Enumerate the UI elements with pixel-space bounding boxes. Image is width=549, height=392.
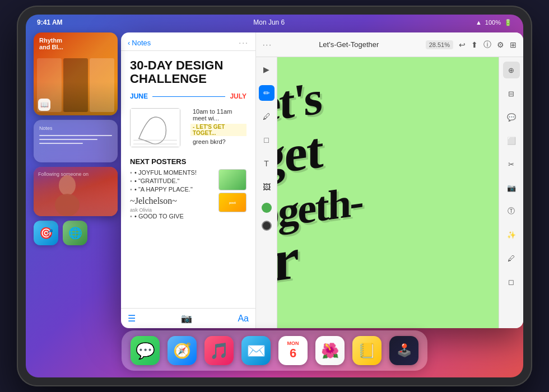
drawing-left-header-icons: ··· bbox=[263, 40, 272, 49]
dock: 💬 🧭 🎵 ✉️ MON 6 🌺 📒 bbox=[122, 330, 427, 371]
messages-icon: 💬 bbox=[136, 342, 155, 360]
vector-pen-tool[interactable]: 🖊 bbox=[503, 250, 520, 267]
notes-small-widget[interactable]: Notes bbox=[34, 120, 118, 162]
typography-tool[interactable]: Ⓣ bbox=[503, 203, 520, 220]
notes-icon: 📒 bbox=[358, 342, 376, 360]
notes-camera-icon[interactable]: 📷 bbox=[181, 313, 192, 324]
grid-icon[interactable]: ⊞ bbox=[510, 40, 517, 49]
frames-tool[interactable]: ⬜ bbox=[503, 132, 520, 149]
timeline-row: JUNE JULY bbox=[130, 92, 246, 100]
drawing-left-toolbar: ▶ ✏ 🖊 □ T 🖼 bbox=[256, 57, 277, 328]
note-line-3 bbox=[39, 143, 83, 144]
posters-area: • JOYFUL MOMENTS! • "GRATITUDE." • "A HA… bbox=[130, 169, 246, 221]
battery-label: 100% bbox=[485, 19, 501, 26]
note-line-1 bbox=[39, 135, 112, 136]
poster-item-3: • "A HAPPY PLACE." bbox=[130, 186, 215, 193]
dock-messages[interactable]: 💬 bbox=[131, 336, 160, 365]
svg-point-0 bbox=[59, 175, 76, 195]
photo-widget[interactable]: Following someone on bbox=[34, 167, 118, 216]
notes-header: ‹ Notes ··· bbox=[121, 32, 255, 51]
highlight-note: - LET'S GET TOGET... bbox=[190, 124, 246, 136]
note-sketch-box bbox=[130, 108, 180, 147]
text-tool[interactable]: T bbox=[259, 156, 274, 171]
notes-panel: ‹ Notes ··· 30-DAY DESIGN CHALLENGE JUNE… bbox=[121, 32, 255, 328]
notes-back-label: Notes bbox=[132, 39, 151, 47]
signature: ~Jelchelson~ bbox=[130, 196, 215, 206]
drawing-header: ··· Let's-Get-Together 28.51% ↩ ⬆ ⓘ ⚙ ⊞ bbox=[256, 32, 523, 57]
notes-menu-dots[interactable]: ··· bbox=[239, 38, 249, 47]
rhythm-app-badge: 📖 bbox=[38, 99, 50, 111]
layers-tool[interactable]: ⊕ bbox=[503, 62, 520, 78]
timeline-start: JUNE bbox=[130, 92, 148, 100]
dock-photos[interactable]: 🌺 bbox=[315, 336, 345, 365]
canvas-artwork: let's get togeth- er let's get toget bbox=[277, 57, 499, 328]
grid-lines-tool[interactable]: ⊟ bbox=[503, 85, 520, 102]
undo-icon[interactable]: ↩ bbox=[459, 40, 466, 49]
note-line-2 bbox=[39, 139, 97, 140]
poster-list: • JOYFUL MOMENTS! • "GRATITUDE." • "A HA… bbox=[130, 169, 215, 221]
notes-list-icon[interactable]: ☰ bbox=[128, 313, 136, 324]
drawing-canvas[interactable]: let's get togeth- er let's get toget bbox=[277, 57, 499, 328]
info-circle-icon[interactable]: ⓘ bbox=[483, 40, 491, 50]
status-time: 9:41 AM bbox=[37, 18, 63, 26]
notes-format-icon[interactable]: Aa bbox=[238, 314, 249, 324]
poster-item-4: • GOOD TO GIVE bbox=[130, 213, 215, 220]
shape-tool[interactable]: □ bbox=[259, 132, 274, 148]
note-from: ask Olivia bbox=[130, 207, 215, 213]
left-apps-area: Rhythm and Bl... 📖 Notes bbox=[34, 32, 118, 327]
status-icons: ▲ 100% 🔋 bbox=[476, 19, 512, 26]
svg-text:get: get bbox=[277, 123, 326, 188]
next-posters-title: NEXT POSTERS bbox=[130, 157, 246, 166]
share-icon[interactable]: ⬆ bbox=[471, 40, 478, 49]
gear-icon[interactable]: ⚙ bbox=[497, 40, 504, 49]
dock-safari[interactable]: 🧭 bbox=[168, 336, 197, 365]
color-green[interactable] bbox=[262, 203, 272, 213]
challenge-title: 30-DAY DESIGN CHALLENGE bbox=[130, 59, 246, 86]
ipad-screen: 9:41 AM Mon Jun 6 ▲ 100% 🔋 Rhythm and Bl… bbox=[26, 15, 523, 377]
mail-icon: ✉️ bbox=[246, 342, 266, 360]
cursor-tool[interactable]: ▶ bbox=[259, 62, 274, 77]
image-tool[interactable]: 🖼 bbox=[259, 179, 274, 195]
dock-mail[interactable]: ✉️ bbox=[241, 336, 271, 365]
music-icon: 🎵 bbox=[210, 342, 229, 360]
calendar-month-label: MON bbox=[287, 340, 299, 346]
pencil-tool[interactable]: 🖊 bbox=[259, 109, 274, 124]
app-icons-row: 🎯 🌐 bbox=[34, 221, 118, 245]
sketch-svg bbox=[131, 109, 180, 147]
person-silhouette bbox=[45, 171, 90, 216]
notes-footer: ☰ 📷 Aa bbox=[121, 308, 255, 328]
poster-item-1: • JOYFUL MOMENTS! bbox=[130, 169, 215, 176]
poster-thumbnails: posti bbox=[218, 169, 246, 221]
dock-calendar[interactable]: MON 6 bbox=[278, 336, 308, 365]
pen-tool-btn[interactable]: ✏ bbox=[259, 85, 274, 101]
dock-notes[interactable]: 📒 bbox=[352, 336, 381, 365]
svg-text:er: er bbox=[277, 227, 300, 299]
poster-item-2: • "GRATITUDE." bbox=[130, 178, 215, 184]
scissors-tool[interactable]: ✂ bbox=[503, 156, 520, 172]
eraser-tool[interactable]: ◻ bbox=[503, 273, 520, 290]
dock-arcade[interactable]: 🕹️ bbox=[389, 336, 418, 365]
sketch-area: 10am to 11am meet wi... - LET'S GET TOGE… bbox=[130, 108, 246, 152]
dock-music[interactable]: 🎵 bbox=[204, 336, 234, 365]
ipad-frame: 9:41 AM Mon Jun 6 ▲ 100% 🔋 Rhythm and Bl… bbox=[17, 6, 532, 386]
drawing-title: Let's-Get-Together bbox=[278, 40, 420, 49]
camera-tool[interactable]: 📷 bbox=[503, 179, 520, 196]
app-icon-1[interactable]: 🎯 bbox=[34, 221, 58, 245]
notes-back-button[interactable]: ‹ Notes bbox=[128, 39, 151, 47]
app-icon-2[interactable]: 🌐 bbox=[63, 221, 87, 245]
green-note: green bkrd? bbox=[190, 138, 246, 145]
poster-thumb-2: posti bbox=[218, 193, 246, 212]
color-black[interactable] bbox=[262, 221, 272, 231]
rhythm-widget[interactable]: Rhythm and Bl... 📖 bbox=[34, 32, 118, 115]
status-bar: 9:41 AM Mon Jun 6 ▲ 100% 🔋 bbox=[26, 15, 523, 30]
comment-tool[interactable]: 💬 bbox=[503, 109, 520, 125]
effects-tool[interactable]: ✨ bbox=[503, 226, 520, 243]
artwork-svg: let's get togeth- er let's get toget bbox=[277, 57, 499, 328]
timeline-end: JULY bbox=[230, 92, 246, 100]
poster-thumb-1 bbox=[218, 169, 246, 190]
drawing-zoom[interactable]: 28.51% bbox=[426, 40, 453, 49]
three-dots-icon[interactable]: ··· bbox=[263, 40, 272, 49]
safari-icon: 🧭 bbox=[173, 342, 191, 360]
drawing-panel: ··· Let's-Get-Together 28.51% ↩ ⬆ ⓘ ⚙ ⊞ bbox=[255, 32, 523, 328]
chevron-left-icon: ‹ bbox=[128, 39, 130, 47]
